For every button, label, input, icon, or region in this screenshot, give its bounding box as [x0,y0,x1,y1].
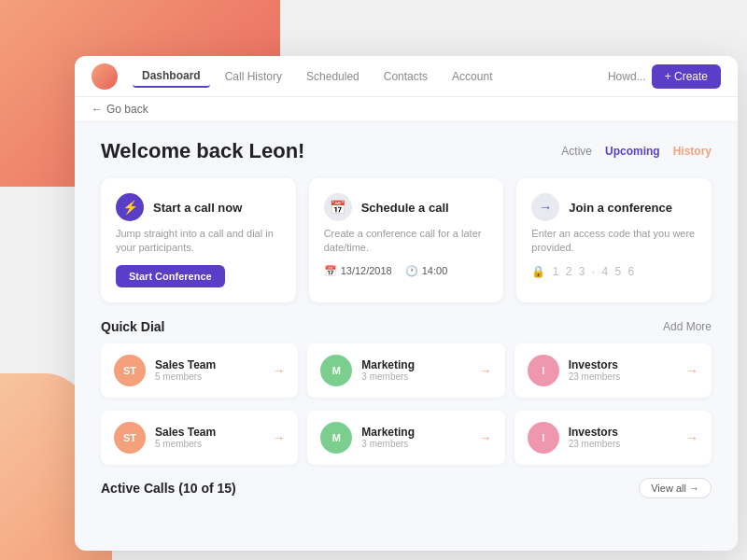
top-nav: Dashboard Call History Scheduled Contact… [75,56,738,97]
secondary-nav: ← Go back [75,97,738,122]
nav-item-contacts[interactable]: Contacts [374,66,437,87]
start-conference-button[interactable]: Start Conference [116,265,225,287]
nav-item-call-history[interactable]: Call History [216,66,291,87]
sales-team-name-1: Sales Team [155,358,262,371]
investors-members-2: 23 members [569,439,676,449]
nav-item-scheduled[interactable]: Scheduled [297,66,369,87]
start-call-header: ⚡ Start a call now [116,193,281,221]
create-button[interactable]: + Create [652,64,721,89]
arrow-icon-2: → [479,363,492,378]
dial-card-investors-2[interactable]: I Investors 23 members → [514,411,712,465]
back-label: Go back [106,103,148,116]
start-call-title: Start a call now [153,201,242,215]
investors-members-1: 23 members [569,371,676,382]
join-conference-header: → Join a conference [531,193,697,221]
join-conference-title: Join a conference [569,201,672,215]
quick-dial-header: Quick Dial Add More [101,319,712,334]
sales-team-info-1: Sales Team 5 members [155,358,262,382]
schedule-call-card: 📅 Schedule a call Create a conference ca… [309,178,504,302]
view-all-button[interactable]: View all → [639,478,712,498]
welcome-row: Welcome back Leon! Active Upcoming Histo… [101,139,712,163]
nav-howdy-text: Howd... [608,70,646,83]
schedule-date: 📅 13/12/2018 [324,265,392,277]
filter-tabs: Active Upcoming History [561,145,712,158]
arrow-icon-3: → [685,363,698,378]
sales-team-avatar-1: ST [114,355,146,386]
dial-card-marketing-1[interactable]: M Marketing 3 members → [307,343,504,398]
start-call-icon: ⚡ [116,193,144,221]
lock-icon: 🔒 [531,265,547,278]
investors-avatar-1: I [528,355,559,386]
quick-dial-row-2: ST Sales Team 5 members → M Marketing 3 … [101,411,712,465]
sales-team-members-1: 5 members [155,371,262,382]
marketing-avatar-1: M [320,355,352,386]
dial-card-investors-1[interactable]: I Investors 23 members → [514,343,712,398]
marketing-members-1: 3 members [361,371,469,382]
join-conference-icon: → [531,193,559,221]
active-calls-title: Active Calls (10 of 15) [101,481,236,496]
join-conference-desc: Enter an access code that you were provi… [531,227,697,256]
welcome-title: Welcome back Leon! [101,139,304,163]
dial-card-marketing-2[interactable]: M Marketing 3 members → [307,411,504,465]
back-arrow-icon: ← [92,103,103,116]
marketing-members-2: 3 members [361,439,469,449]
action-cards: ⚡ Start a call now Jump straight into a … [101,178,712,302]
sales-team-name-2: Sales Team [155,426,262,439]
access-code: 🔒 1 2 3 · 4 5 6 [531,265,697,278]
investors-avatar-2: I [528,422,559,454]
marketing-info-1: Marketing 3 members [361,358,469,382]
sales-team-avatar-2: ST [114,422,146,454]
main-content: Welcome back Leon! Active Upcoming Histo… [75,122,738,542]
sales-team-info-2: Sales Team 5 members [155,426,262,449]
schedule-call-details: 📅 13/12/2018 🕐 14:00 [324,265,489,277]
schedule-time-value: 14:00 [422,265,448,276]
investors-info-1: Investors 23 members [569,358,676,382]
nav-item-dashboard[interactable]: Dashboard [133,65,210,88]
filter-tab-active[interactable]: Active [561,145,592,158]
investors-name-2: Investors [569,426,676,439]
marketing-avatar-2: M [320,422,352,454]
arrow-icon-1: → [272,363,285,378]
active-calls-row: Active Calls (10 of 15) View all → [101,478,712,498]
calendar-icon: 📅 [324,265,337,277]
filter-tab-history[interactable]: History [673,145,712,158]
join-conference-card: → Join a conference Enter an access code… [516,178,712,302]
quick-dial-row-1: ST Sales Team 5 members → M Marketing 3 … [101,343,712,398]
marketing-info-2: Marketing 3 members [361,426,469,449]
marketing-name-2: Marketing [361,426,469,439]
schedule-date-value: 13/12/2018 [341,265,392,276]
arrow-icon-6: → [685,430,698,445]
sales-team-members-2: 5 members [155,439,262,449]
arrow-icon-4: → [272,430,285,445]
access-code-value: 1 2 3 · 4 5 6 [553,265,636,278]
app-window: Dashboard Call History Scheduled Contact… [75,56,738,551]
nav-item-account[interactable]: Account [443,66,501,87]
filter-tab-upcoming[interactable]: Upcoming [605,145,660,158]
quick-dial-title: Quick Dial [101,319,164,334]
investors-info-2: Investors 23 members [569,426,676,449]
schedule-time: 🕐 14:00 [405,265,448,277]
dial-card-sales-team-1[interactable]: ST Sales Team 5 members → [101,343,298,398]
schedule-call-icon: 📅 [324,193,352,221]
start-call-card: ⚡ Start a call now Jump straight into a … [101,178,296,302]
clock-icon: 🕐 [405,265,418,277]
dial-card-sales-team-2[interactable]: ST Sales Team 5 members → [101,411,298,465]
schedule-call-desc: Create a conference call for a later dat… [324,227,489,256]
app-logo [92,63,118,90]
schedule-call-title: Schedule a call [361,201,449,215]
schedule-call-header: 📅 Schedule a call [324,193,489,221]
start-call-desc: Jump straight into a call and dial in yo… [116,227,281,256]
add-more-button[interactable]: Add More [663,320,712,333]
marketing-name-1: Marketing [361,358,469,371]
investors-name-1: Investors [569,358,676,371]
arrow-icon-5: → [479,430,492,445]
back-button[interactable]: ← Go back [92,103,148,116]
